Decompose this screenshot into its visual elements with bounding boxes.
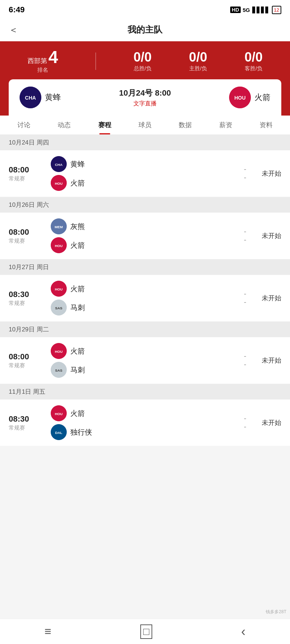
home-record-label: 主胜/负 [189,65,207,72]
signal-bars-icon: ▋▋▋▋ [252,7,270,13]
svg-text:SAS: SAS [55,368,62,372]
game-type-label: 常规赛 [9,175,45,182]
date-header-3: 10月29日 周二 [0,322,290,337]
signal-text: 5G [243,7,250,13]
game-time-col: 08:00 常规赛 [9,165,45,182]
next-game-card[interactable]: CHA 黄蜂 10月24号 8:00 文字直播 HOU 火箭 [9,79,281,116]
game-time: 08:00 [9,165,45,175]
tab-salary[interactable]: 薪资 [206,116,246,134]
total-record-value: 0/0 [133,50,152,64]
score2: - [238,360,252,369]
team2-logo: HOU [51,175,67,191]
team1-logo: MEM [51,218,67,234]
team1-name: 火箭 [70,346,85,356]
teams-col: HOU 火箭 SAS 马刺 [45,281,238,315]
rank-stat: 西部第 4 排名 [28,49,58,74]
team1-name: 灰熊 [70,222,85,231]
team-row-2: DAL 独行侠 [51,424,232,440]
game-row-2-0[interactable]: 08:30 常规赛 HOU 火箭 SAS 马刺 [0,275,290,321]
hero-section: 西部第 4 排名 0/0 总胜/负 0/0 主胜/负 0/0 客胜/负 [0,41,290,116]
home-team-name: 黄蜂 [45,92,61,103]
svg-text:HOU: HOU [55,244,63,248]
tab-dynamic[interactable]: 动态 [44,116,84,134]
tab-stats[interactable]: 数据 [165,116,206,134]
teams-col: MEM 灰熊 HOU 火箭 [45,218,238,253]
page-title: 我的主队 [128,24,162,35]
game-broadcast-type: 文字直播 [119,100,171,108]
score2: - [238,298,252,306]
team2-name: 火箭 [70,178,85,188]
back-button[interactable]: ＜ [9,24,18,36]
home-record-value: 0/0 [189,50,207,64]
away-team-name: 火箭 [254,92,270,103]
svg-text:HOU: HOU [234,95,245,101]
status-col: 未开始 [252,294,281,302]
away-team-logo: HOU [229,87,251,108]
menu-button[interactable]: ≡ [45,625,51,638]
team-row-2: SAS 马刺 [51,300,232,315]
game-type-label: 常规赛 [9,362,45,369]
status-icons: HD 5G ▋▋▋▋ 12 [230,6,281,14]
team2-logo: HOU [51,237,67,253]
score-col: - - [238,165,252,182]
total-record-stat: 0/0 总胜/负 [133,50,152,72]
team-row-2: HOU 火箭 [51,237,232,253]
team2-name: 独行侠 [70,427,92,437]
game-row-0-0[interactable]: 08:00 常规赛 CHA 黄蜂 HOU 火箭 [0,150,290,197]
team2-name: 马刺 [70,365,85,375]
game-status: 未开始 [262,357,281,364]
team1-logo: HOU [51,405,67,421]
team1-logo: HOU [51,343,67,359]
game-center-info: 10月24号 8:00 文字直播 [119,88,171,108]
date-header-2: 10月27日 周日 [0,259,290,275]
game-status: 未开始 [262,419,281,426]
svg-text:HOU: HOU [55,412,63,416]
game-time-col: 08:30 常规赛 [9,290,45,307]
page-header: ＜ 我的主队 [0,18,290,41]
svg-text:HOU: HOU [55,181,63,185]
team2-logo: DAL [51,424,67,440]
tab-schedule[interactable]: 赛程 [84,116,125,134]
score1: - [238,290,252,298]
team-row-1: HOU 火箭 [51,405,232,421]
tab-discussion[interactable]: 讨论 [4,116,44,134]
score1: - [238,165,252,173]
svg-text:HOU: HOU [55,350,63,354]
game-row-4-0[interactable]: 08:30 常规赛 HOU 火箭 DAL 独行侠 [0,400,290,446]
home-button[interactable]: □ [140,624,152,639]
game-status: 未开始 [262,232,281,239]
away-record-value: 0/0 [244,50,262,64]
team2-logo: SAS [51,300,67,315]
total-record-label: 总胜/负 [133,65,152,72]
game-time-col: 08:30 常规赛 [9,414,45,431]
game-time: 08:00 [9,352,45,361]
team1-logo: HOU [51,281,67,297]
tab-info[interactable]: 资料 [246,116,286,134]
game-row-1-0[interactable]: 08:00 常规赛 MEM 灰熊 HOU 火箭 [0,213,290,259]
network-icon: HD [230,7,240,13]
status-time: 6:49 [9,5,25,14]
away-team-info: HOU 火箭 [229,87,270,108]
score2: - [238,236,252,244]
score1: - [238,227,252,236]
team-row-1: MEM 灰熊 [51,218,232,234]
back-nav-button[interactable]: ‹ [241,624,245,639]
score1: - [238,414,252,423]
team-row-1: HOU 火箭 [51,281,232,297]
date-header-1: 10月26日 周六 [0,197,290,213]
team2-logo: SAS [51,362,67,378]
svg-text:DAL: DAL [55,431,62,435]
game-datetime: 10月24号 8:00 [119,88,171,99]
team-row-1: CHA 黄蜂 [51,156,232,172]
game-status: 未开始 [262,294,281,302]
svg-text:MEM: MEM [55,225,63,229]
status-col: 未开始 [252,231,281,240]
tab-players[interactable]: 球员 [125,116,165,134]
away-record-stat: 0/0 客胜/负 [244,50,262,72]
home-team-logo: CHA [20,87,41,108]
team2-name: 马刺 [70,303,85,313]
schedule-container: 10月24日 周四 08:00 常规赛 CHA 黄蜂 HOU [0,135,290,475]
game-row-3-0[interactable]: 08:00 常规赛 HOU 火箭 SAS 马刺 [0,337,290,384]
game-type-label: 常规赛 [9,425,45,431]
team-row-1: HOU 火箭 [51,343,232,359]
